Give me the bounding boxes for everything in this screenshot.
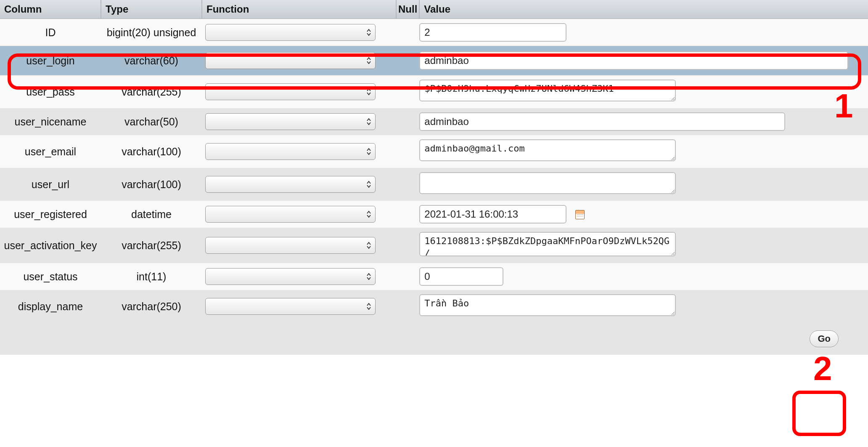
value-textarea-user-url[interactable] — [419, 172, 676, 194]
function-select[interactable] — [205, 24, 376, 41]
value-input-user-login[interactable] — [419, 51, 848, 70]
function-select[interactable] — [205, 298, 376, 315]
column-name: user_url — [0, 168, 101, 201]
column-name: ID — [0, 19, 101, 46]
column-type: varchar(50) — [101, 108, 202, 135]
annotation-label-1: 1 — [834, 87, 853, 125]
header-function[interactable]: Function — [202, 0, 396, 19]
function-select[interactable] — [205, 113, 376, 130]
field-row-user-login: user_login varchar(60) — [0, 46, 868, 75]
go-button[interactable]: Go — [810, 330, 839, 347]
annotation-box-2 — [792, 391, 846, 436]
function-select[interactable] — [205, 237, 376, 254]
column-type: int(11) — [101, 263, 202, 290]
function-select[interactable] — [205, 52, 376, 69]
column-type: varchar(250) — [101, 290, 202, 323]
function-select[interactable] — [205, 176, 376, 193]
field-row-user-url: user_url varchar(100) — [0, 168, 868, 201]
column-name: display_name — [0, 290, 101, 323]
column-name: user_registered — [0, 201, 101, 228]
column-name: user_email — [0, 135, 101, 168]
value-input-user-registered[interactable] — [419, 205, 566, 224]
column-type: varchar(100) — [101, 135, 202, 168]
header-type[interactable]: Type — [101, 0, 202, 19]
column-type: datetime — [101, 201, 202, 228]
function-select[interactable] — [205, 143, 376, 160]
field-row-user-registered: user_registered datetime — [0, 201, 868, 228]
function-select[interactable] — [205, 268, 376, 285]
field-row-user-activation-key: user_activation_key varchar(255) — [0, 228, 868, 263]
header-value[interactable]: Value — [419, 0, 868, 19]
value-input-user-nicename[interactable] — [419, 112, 785, 131]
field-row-user-nicename: user_nicename varchar(50) — [0, 108, 868, 135]
value-input-user-status[interactable] — [419, 267, 503, 286]
field-row-id: ID bigint(20) unsigned — [0, 19, 868, 46]
column-name: user_status — [0, 263, 101, 290]
value-textarea-user-pass[interactable] — [419, 80, 676, 101]
column-name: user_login — [0, 46, 101, 75]
function-select[interactable] — [205, 206, 376, 223]
field-row-user-email: user_email varchar(100) — [0, 135, 868, 168]
value-textarea-display-name[interactable] — [419, 294, 676, 316]
header-column[interactable]: Column — [0, 0, 101, 19]
column-type: varchar(60) — [101, 46, 202, 75]
column-type: varchar(255) — [101, 75, 202, 108]
calendar-icon[interactable] — [575, 210, 585, 219]
column-type: varchar(100) — [101, 168, 202, 201]
annotation-label-2: 2 — [813, 349, 832, 388]
field-row-user-pass: user_pass varchar(255) — [0, 75, 868, 108]
value-input-id[interactable] — [419, 23, 566, 42]
field-row-user-status: user_status int(11) — [0, 263, 868, 290]
column-name: user_activation_key — [0, 228, 101, 263]
value-textarea-user-email[interactable] — [419, 139, 676, 161]
table-header-row: Column Type Function Null Value — [0, 0, 868, 19]
column-type: varchar(255) — [101, 228, 202, 263]
value-textarea-user-activation-key[interactable] — [419, 232, 676, 256]
header-null[interactable]: Null — [396, 0, 419, 19]
column-name: user_nicename — [0, 108, 101, 135]
column-name: user_pass — [0, 75, 101, 108]
footer-row: Go — [0, 323, 868, 355]
edit-row-table: Column Type Function Null Value ID bigin… — [0, 0, 868, 355]
field-row-display-name: display_name varchar(250) — [0, 290, 868, 323]
column-type: bigint(20) unsigned — [101, 19, 202, 46]
function-select[interactable] — [205, 83, 376, 100]
